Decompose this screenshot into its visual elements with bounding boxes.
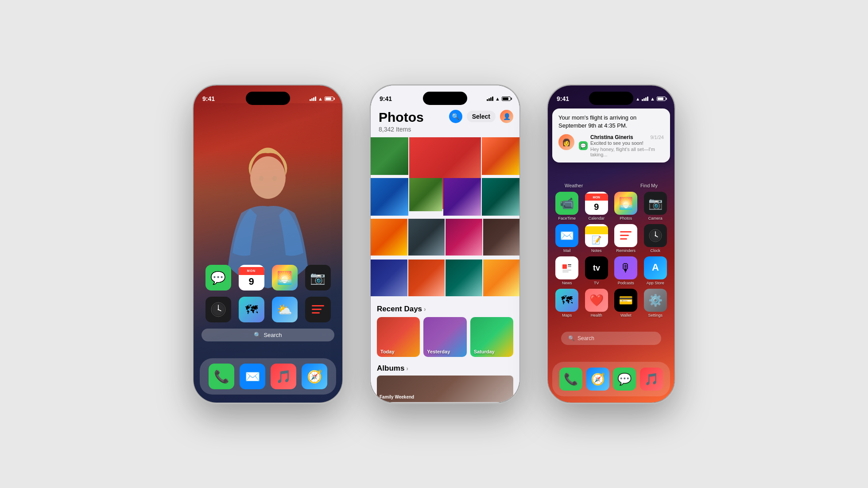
dock-safari[interactable]: 🧭	[302, 364, 327, 389]
album-preview-card[interactable]: Family Weekend	[377, 376, 513, 402]
day-card-today[interactable]: Today	[377, 317, 420, 357]
photos-icon[interactable]: 🌅	[272, 265, 298, 290]
photo-cell[interactable]	[371, 178, 408, 216]
photo-cell[interactable]	[482, 137, 519, 175]
health3-icon[interactable]: ❤️	[585, 289, 608, 312]
photo-cell[interactable]	[483, 259, 520, 296]
photos-user-avatar[interactable]: 👤	[500, 110, 513, 123]
dock-mail[interactable]: ✉️	[240, 364, 265, 389]
photos3-icon[interactable]: 🌅	[614, 192, 637, 215]
app-clock[interactable]	[205, 297, 231, 322]
dock3-music[interactable]: 🎵	[640, 368, 663, 391]
app3-reminders[interactable]: Reminders	[614, 224, 637, 253]
camera-icon[interactable]: 📷	[305, 265, 331, 290]
wifi-icon-3: ▲	[650, 96, 655, 101]
phone-icon[interactable]: 📞	[209, 364, 234, 389]
app-messages[interactable]: 💬	[205, 265, 231, 290]
search-bar-3[interactable]: 🔍 Search	[561, 332, 661, 345]
app3-mail[interactable]: ✉️ Mail	[555, 224, 578, 253]
photo-cell[interactable]	[371, 219, 407, 256]
app3-wallet[interactable]: 💳 Wallet	[614, 289, 637, 318]
day-card-saturday[interactable]: Saturday	[470, 317, 513, 357]
notification-card[interactable]: Your mom's flight is arriving on Septemb…	[552, 108, 670, 163]
albums-chevron-icon: ›	[406, 365, 408, 372]
app-maps[interactable]: 🗺	[239, 297, 264, 322]
podcasts3-icon[interactable]: 🎙	[614, 256, 637, 279]
dock3-messages-icon[interactable]: 💬	[613, 368, 636, 391]
photos-select-button[interactable]: Select	[467, 111, 496, 122]
notes3-icon[interactable]: 📝	[585, 224, 608, 247]
dock3-safari-icon[interactable]: 🧭	[586, 368, 609, 391]
dock3-safari[interactable]: 🧭	[586, 368, 609, 391]
dock-phone[interactable]: 📞	[209, 364, 234, 389]
camera3-icon[interactable]: 📷	[644, 192, 667, 215]
dock3-music-icon[interactable]: 🎵	[640, 368, 663, 391]
photo-cell[interactable]	[408, 259, 445, 296]
tv3-icon[interactable]: tv	[585, 256, 608, 279]
dock3-phone[interactable]: 📞	[559, 368, 582, 391]
calendar-icon[interactable]: MON 9	[239, 265, 264, 290]
wallet3-icon[interactable]: 💳	[614, 289, 637, 312]
photo-cell[interactable]	[483, 219, 520, 256]
photos-grid	[371, 137, 519, 299]
music-icon[interactable]: 🎵	[271, 364, 296, 389]
dock-music[interactable]: 🎵	[271, 364, 296, 389]
svg-point-7	[217, 309, 219, 310]
app3-clock[interactable]: Clock	[644, 224, 667, 253]
photo-cell[interactable]	[371, 137, 408, 175]
svg-rect-10	[312, 312, 320, 314]
app3-camera[interactable]: 📷 Camera	[644, 192, 667, 221]
photo-cell[interactable]	[408, 219, 445, 256]
app3-photos[interactable]: 🌅 Photos	[614, 192, 637, 221]
clock3-icon[interactable]	[644, 224, 667, 247]
app-photos[interactable]: 🌅	[272, 265, 298, 290]
photos-search-button[interactable]: 🔍	[449, 110, 462, 123]
app3-calendar[interactable]: MON 9 Calendar	[585, 192, 608, 221]
reminders-icon[interactable]	[305, 297, 331, 322]
time-3: 9:41	[557, 95, 569, 102]
mail-icon[interactable]: ✉️	[240, 364, 265, 389]
mail3-icon[interactable]: ✉️	[555, 224, 578, 247]
dock3-messages[interactable]: 💬	[613, 368, 636, 391]
battery-icon-2	[502, 97, 511, 101]
weather-icon[interactable]: ⛅	[272, 297, 298, 322]
app3-facetime[interactable]: 📹 FaceTime	[555, 192, 578, 221]
app3-settings[interactable]: ⚙️ Settings	[644, 289, 667, 318]
svg-rect-11	[620, 231, 632, 232]
app-calendar[interactable]: MON 9	[239, 265, 264, 290]
app3-health[interactable]: ❤️ Health	[585, 289, 608, 318]
photo-cell[interactable]	[446, 219, 482, 256]
app3-tv[interactable]: tv TV	[585, 256, 608, 285]
messages-app-icon: 💬	[579, 141, 588, 150]
appstore3-icon[interactable]: A	[644, 256, 667, 279]
messages-icon[interactable]: 💬	[205, 265, 231, 290]
facetime-icon[interactable]: 📹	[555, 192, 578, 215]
news3-icon[interactable]	[555, 256, 578, 279]
reminders3-icon[interactable]	[614, 224, 637, 247]
maps-icon[interactable]: 🗺	[239, 297, 264, 322]
photo-cell[interactable]	[446, 259, 482, 296]
app3-maps[interactable]: 🗺 Maps	[555, 289, 578, 318]
app-weather[interactable]: ⛅	[272, 297, 298, 322]
app3-news[interactable]: News	[555, 256, 578, 285]
svg-point-1	[259, 176, 264, 181]
app3-notes[interactable]: 📝 Notes	[585, 224, 608, 253]
app3-appstore[interactable]: A App Store	[644, 256, 667, 285]
app-reminders[interactable]	[305, 297, 331, 322]
photo-cell[interactable]	[443, 178, 481, 216]
app3-podcasts[interactable]: 🎙 Podcasts	[614, 256, 637, 285]
photo-cell[interactable]	[371, 259, 407, 296]
search-bar-1[interactable]: 🔍 Search	[202, 329, 334, 341]
photo-cell[interactable]	[409, 178, 442, 211]
photo-cell[interactable]	[482, 178, 519, 216]
battery-icon-3	[657, 97, 666, 101]
dock3-phone-icon[interactable]: 📞	[559, 368, 582, 391]
maps3-icon[interactable]: 🗺	[555, 289, 578, 312]
safari-icon[interactable]: 🧭	[302, 364, 327, 389]
settings3-icon[interactable]: ⚙️	[644, 289, 667, 312]
svg-rect-13	[620, 238, 627, 240]
day-card-yesterday[interactable]: Yesterday	[423, 317, 466, 357]
calendar3-icon[interactable]: MON 9	[585, 192, 608, 215]
app-camera[interactable]: 📷	[305, 265, 331, 290]
clock-icon[interactable]	[205, 297, 231, 322]
